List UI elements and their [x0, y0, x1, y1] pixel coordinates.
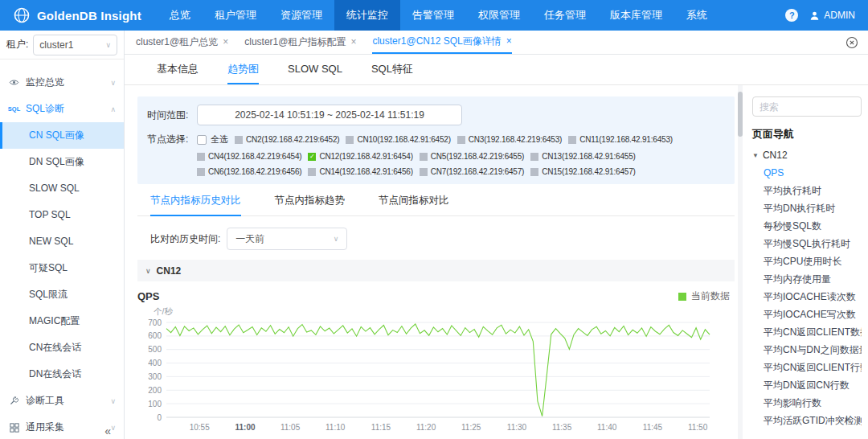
sidebar-collapse-button[interactable]: « — [104, 425, 111, 437]
page-nav-item[interactable]: 平均CN返回CLIENT行数 — [752, 359, 862, 376]
detail-subtab[interactable]: SLOW SQL — [288, 55, 342, 84]
node-checkbox[interactable]: CN3(192.168.42.219:6453) — [457, 135, 562, 144]
document-tab[interactable]: cluster1@租户总览 × — [136, 31, 228, 54]
top-nav-item[interactable]: 总览 — [158, 0, 203, 31]
node-checkbox[interactable]: CN5(192.168.42.219:6455) — [420, 152, 524, 161]
sidebar-subitem[interactable]: NEW SQL — [0, 228, 124, 255]
tab-close-icon[interactable]: × — [223, 31, 228, 54]
page-nav-group-toggle[interactable]: ▼ CN12 — [752, 150, 862, 161]
node-checkbox[interactable]: CN14(192.168.42.91:6456) — [308, 167, 412, 176]
page-nav-item[interactable]: 平均CN与DN之间数据量 — [752, 341, 862, 359]
top-nav-item[interactable]: 任务管理 — [532, 0, 598, 31]
sidebar-subitem-label: SQL限流 — [29, 289, 68, 300]
page-nav-item-label: 平均DN执行耗时 — [764, 203, 835, 214]
page-nav-item[interactable]: 平均内存使用量 — [752, 270, 862, 288]
top-nav-item[interactable]: 系统 — [674, 0, 719, 31]
top-nav-item[interactable]: 租户管理 — [203, 0, 268, 31]
tab-label: cluster1@CN12 SQL画像详情 — [372, 30, 501, 53]
document-tab[interactable]: cluster1@CN12 SQL画像详情 × — [372, 31, 511, 54]
sidebar-group-monitor-overview[interactable]: 监控总览 ∨ — [0, 69, 124, 96]
sidebar-subitem[interactable]: TOP SQL — [0, 202, 124, 228]
tab-close-icon[interactable]: × — [350, 31, 356, 54]
history-time-select[interactable]: 一天前 ∨ — [227, 228, 347, 250]
page-nav-item[interactable]: 平均IOCACHE写次数 — [752, 306, 862, 323]
node-label: CN10(192.168.42.91:6452) — [357, 135, 450, 144]
sidebar-subitem-label: 可疑SQL — [29, 262, 68, 273]
detail-subtab[interactable]: 基本信息 — [157, 55, 199, 84]
chart-legend[interactable]: 当前数据 — [678, 289, 730, 303]
page-nav-item[interactable]: 平均DN执行耗时 — [752, 199, 862, 217]
sidebar-subitem[interactable]: SLOW SQL — [0, 175, 124, 202]
node-label: CN3(192.168.42.219:6453) — [469, 135, 562, 144]
detail-subtab[interactable]: SQL特征 — [371, 55, 413, 84]
node-checkbox[interactable]: CN2(192.168.42.219:6452) — [235, 135, 339, 144]
main-area: cluster1@租户总览 × cluster1@租户指标配置 × cluste… — [125, 31, 868, 439]
header-right: ? ADMIN — [785, 9, 868, 22]
sidebar-group-label: 诊断工具 — [26, 394, 64, 408]
compare-tab[interactable]: 节点间指标对比 — [379, 194, 449, 215]
filter-panel: 时间范围: 2025-02-14 10:51:19 ~ 2025-02-14 1… — [137, 96, 735, 184]
detail-subtab-label: 基本信息 — [157, 63, 199, 75]
node-section-title: CN12 — [157, 265, 182, 277]
page-nav-item[interactable]: 平均IOCACHE读次数 — [752, 288, 862, 306]
detail-subtab-label: 趋势图 — [227, 63, 259, 75]
sidebar-subitem[interactable]: 可疑SQL — [0, 255, 124, 281]
main-scrollbar-track[interactable] — [738, 85, 743, 439]
node-label: CN7(192.168.42.219:6457) — [431, 167, 524, 176]
user-menu[interactable]: ADMIN — [809, 10, 855, 21]
node-checkbox[interactable]: CN10(192.168.42.91:6452) — [346, 135, 450, 144]
compare-tab-label: 节点间指标对比 — [379, 195, 449, 206]
tree-expander-icon: ▼ — [752, 152, 759, 159]
sidebar-group-diagnostic-tools[interactable]: 诊断工具 ∨ — [0, 388, 124, 414]
node-checkbox[interactable]: CN11(192.168.42.91:6453) — [568, 135, 673, 144]
page-nav-item[interactable]: QPS — [752, 164, 862, 182]
search-input[interactable] — [752, 96, 862, 117]
checkbox-box — [420, 153, 428, 161]
time-range-input[interactable]: 2025-02-14 10:51:19 ~ 2025-02-14 11:51:1… — [197, 105, 462, 125]
sidebar-subitem[interactable]: DN在线会话 — [0, 361, 124, 388]
page-nav-item[interactable]: 平均活跃GTID冲突检测... — [752, 412, 862, 429]
top-nav-item[interactable]: 统计监控 — [334, 0, 400, 31]
sidebar-subitem[interactable]: CN在线会话 — [0, 334, 124, 361]
page-nav-item[interactable]: 平均CN返回CLIENT数据... — [752, 323, 862, 341]
checkbox-box — [235, 136, 243, 144]
page-nav-item[interactable]: 平均执行耗时 — [752, 182, 862, 199]
top-nav-item[interactable]: 版本库管理 — [598, 0, 674, 31]
top-nav-item[interactable]: 告警管理 — [400, 0, 466, 31]
sidebar-group-label: 监控总览 — [26, 76, 64, 89]
close-all-tabs-icon[interactable] — [845, 36, 858, 49]
detail-subtab[interactable]: 趋势图 — [227, 55, 259, 84]
tenant-select[interactable]: cluster1 ∨ — [33, 35, 117, 55]
document-tab[interactable]: cluster1@租户指标配置 × — [244, 31, 356, 54]
legend-swatch — [678, 293, 686, 301]
sidebar-group-label: SQL诊断 — [26, 102, 64, 116]
node-checkbox[interactable]: CN13(192.168.42.91:6455) — [530, 152, 635, 161]
page-nav-item[interactable]: 平均影响行数 — [752, 394, 862, 412]
sidebar-subitem[interactable]: MAGIC配置 — [0, 308, 124, 334]
node-checkbox[interactable]: CN15(192.168.42.91:6457) — [530, 167, 635, 176]
sidebar-subitem[interactable]: SQL限流 — [0, 281, 124, 308]
page-nav-item[interactable]: 平均慢SQL执行耗时 — [752, 235, 862, 252]
node-label: CN11(192.168.42.91:6453) — [579, 135, 673, 144]
top-nav-item[interactable]: 资源管理 — [268, 0, 334, 31]
tab-close-icon[interactable]: × — [506, 30, 512, 53]
node-checkbox[interactable]: CN7(192.168.42.219:6457) — [420, 167, 524, 176]
page-nav-item[interactable]: 平均CPU使用时长 — [752, 252, 862, 270]
sidebar-subitem[interactable]: DN SQL画像 — [0, 149, 124, 175]
main-scrollbar-thumb[interactable] — [738, 92, 743, 137]
node-checkbox[interactable]: ✓ CN12(192.168.42.91:6454) — [308, 152, 412, 161]
page-nav-item[interactable]: 平均DN返回CN行数 — [752, 376, 862, 394]
select-all-checkbox[interactable]: 全选 — [197, 133, 228, 146]
sidebar-group-sql-diagnosis[interactable]: SQL SQL诊断 ∧ — [0, 96, 124, 122]
compare-tab[interactable]: 节点内指标趋势 — [275, 194, 346, 215]
help-icon[interactable]: ? — [785, 9, 798, 22]
node-checkbox[interactable]: CN4(192.168.42.219:6454) — [197, 152, 301, 161]
top-nav-item[interactable]: 权限管理 — [466, 0, 532, 31]
compare-tab[interactable]: 节点内指标历史对比 — [150, 194, 241, 216]
node-checkbox[interactable]: CN6(192.168.42.219:6456) — [197, 167, 301, 176]
node-section-header[interactable]: ∨ CN12 — [137, 260, 735, 281]
page-nav-item[interactable]: 每秒慢SQL数 — [752, 217, 862, 235]
svg-text:300: 300 — [148, 372, 162, 381]
sidebar-subitem[interactable]: CN SQL画像 — [0, 122, 124, 149]
page-nav-item-label: QPS — [764, 167, 784, 178]
